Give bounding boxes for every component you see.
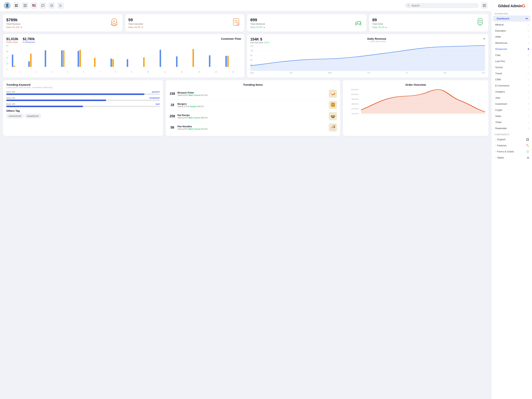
svg-rect-5	[25, 4, 26, 5]
trending-item-img-2: 🍔	[329, 101, 337, 109]
x-label-2: 2	[35, 71, 36, 73]
x-label-13: 14	[215, 71, 217, 73]
order-chart-svg: 600 500 400 300 200 100	[346, 88, 485, 117]
sidebar-item-traval[interactable]: Traval	[492, 70, 532, 76]
sidebar-item-analytics[interactable]: Analytics	[492, 89, 532, 95]
bar-blue-10	[160, 50, 161, 67]
sidebar-item-features[interactable]: < Features ✏️	[492, 142, 532, 149]
sidebar-item-ecommerce[interactable]: E-Commerce	[492, 82, 532, 89]
others-tag-title: Others Tag	[6, 109, 160, 112]
sidebar-item-education[interactable]: Education	[492, 28, 532, 34]
topbar: 👤 🇺🇸	[0, 0, 491, 11]
sidebar-item-sales[interactable]: Sales	[492, 113, 532, 119]
sidebar-item-tables[interactable]: < Tables ⊞	[492, 155, 532, 161]
menu-icon	[483, 4, 486, 7]
trending-keyword-card: Trending Keyword Lorem ipsum dolor sit a…	[3, 80, 163, 136]
chat-icon	[41, 4, 44, 7]
restaurant-dot	[528, 48, 529, 50]
search-input[interactable]	[411, 4, 476, 7]
dr-menu-icon[interactable]: ≡	[483, 37, 485, 40]
ecommerce-dot	[528, 85, 529, 86]
svg-rect-10	[483, 5, 486, 6]
chat-icon-btn[interactable]	[39, 2, 46, 9]
svg-text:200: 200	[351, 108, 359, 110]
svg-rect-6	[24, 6, 25, 7]
sidebar-item-support[interactable]: < Support 🎧	[492, 136, 532, 142]
sidebar-item-realestate[interactable]: Realestate	[492, 125, 532, 131]
bar-blue-3	[45, 50, 46, 67]
main-content: $789k Total Revenue (Days 15) 12% ▼ $	[0, 11, 491, 399]
sidebar-item-lawfirm[interactable]: Law Firm	[492, 58, 532, 64]
moon-icon-btn[interactable]	[57, 2, 64, 9]
sidebar: Gilded AdminG DASHBOARD Dashboard ∨ Medi…	[491, 0, 532, 399]
svg-rect-1	[16, 4, 18, 5]
daily-revenue-card: 154K $ than last week 1.5% + Daily Reven…	[247, 34, 488, 78]
sidebar-section-components: COMPONENTS	[492, 131, 532, 136]
features-chevron-icon: <	[495, 145, 496, 146]
stat-value-revenue: $789k	[6, 18, 22, 22]
sidebar-item-investment[interactable]: Investment	[492, 101, 532, 107]
x-label-5: 5	[83, 71, 84, 73]
stat-change-order: (Days 15) 3% ▲	[372, 26, 387, 28]
x-label-4: 4	[67, 71, 68, 73]
svg-text:600: 600	[351, 89, 359, 90]
sidebar-item-hrm[interactable]: HRM	[492, 34, 532, 40]
keyword-tag-1: paneer#	[152, 91, 160, 93]
sidebar-item-restaurant[interactable]: Restaurant	[492, 46, 532, 52]
bottom-row: Trending Keyword Lorem ipsum dolor sit a…	[3, 80, 488, 136]
sidebar-item-chat[interactable]: Chat	[492, 52, 532, 58]
flag-icon-btn[interactable]: 🇺🇸	[31, 2, 37, 9]
canceled-icon	[231, 17, 241, 29]
forms-chevron-icon: <	[495, 151, 496, 152]
menu-icon-btn[interactable]	[481, 2, 488, 9]
tag-chip-2[interactable]: panjabifood#	[25, 114, 41, 118]
traval-dot	[528, 73, 529, 74]
trending-item-4: 58 Pan Noodles Sales(10%) Main Course $1…	[169, 122, 337, 133]
investment-dot	[528, 103, 529, 105]
sidebar-item-dashboard[interactable]: Dashboard ∨	[493, 16, 531, 22]
bell-icon-btn[interactable]	[48, 2, 55, 9]
bar-group-4	[61, 50, 77, 67]
x-label-11: 12	[181, 71, 183, 73]
tag-chip-1[interactable]: chainissfood#	[6, 114, 24, 118]
avatar[interactable]: 👤	[4, 2, 11, 9]
trending-items-title: Trending Items	[169, 83, 337, 86]
bar-yellow-5	[79, 50, 81, 67]
bar-blue-5	[78, 51, 79, 67]
svg-text:500: 500	[351, 94, 359, 95]
stat-value-order: 89	[372, 18, 387, 22]
bar-group-11	[176, 56, 192, 67]
sidebar-item-warehouse[interactable]: Warehouse	[492, 40, 532, 46]
sidebar-item-jobs[interactable]: Jobs	[492, 95, 532, 101]
order-chart: 600 500 400 300 200 100	[346, 88, 485, 117]
grid-icon-btn[interactable]	[13, 2, 19, 9]
order-overview-card: Order Overview 600 500 400 3	[343, 80, 488, 136]
bar-chart-x-axis: 12345789101112131415	[6, 71, 241, 73]
bar-chart: 806040200 12345789101112131415	[6, 45, 241, 74]
sidebar-item-medical[interactable]: Medical	[492, 22, 532, 28]
bar-yellow-6	[94, 58, 95, 67]
stat-change-revenue: (Days 15) 12% ▼	[6, 26, 22, 28]
expand-icon-btn[interactable]	[22, 2, 28, 9]
svg-point-22	[355, 24, 357, 25]
logo-g: G	[522, 3, 526, 8]
analytics-dot	[528, 91, 529, 92]
bar-group-3	[45, 50, 60, 67]
sidebar-item-crm[interactable]: CRM	[492, 76, 532, 82]
restaurant-value: $2,780k	[23, 37, 35, 41]
sidebar-item-school[interactable]: School	[492, 64, 532, 70]
bar-yellow-14	[227, 56, 229, 67]
dr-description: Lorem ipsum dolor	[367, 40, 386, 43]
line-chart-y-axis: 150120906030	[250, 45, 253, 66]
keyword-row-2: times 150 breakfast#	[6, 97, 160, 101]
dr-value: 154K $	[250, 37, 270, 41]
bar-blue-14	[225, 56, 227, 67]
keyword-times-3: times 120	[6, 103, 15, 105]
bar-group-6	[94, 58, 110, 67]
keyword-tag-3: tea#	[156, 103, 160, 105]
sidebar-item-forms-charts[interactable]: < Forms & Charts 🕐	[492, 149, 532, 155]
x-label-8: 9	[131, 71, 132, 73]
sidebar-item-crypto[interactable]: Crypto	[492, 107, 532, 113]
bar-group-14	[225, 56, 241, 67]
sidebar-item-ticket[interactable]: Ticket	[492, 119, 532, 125]
